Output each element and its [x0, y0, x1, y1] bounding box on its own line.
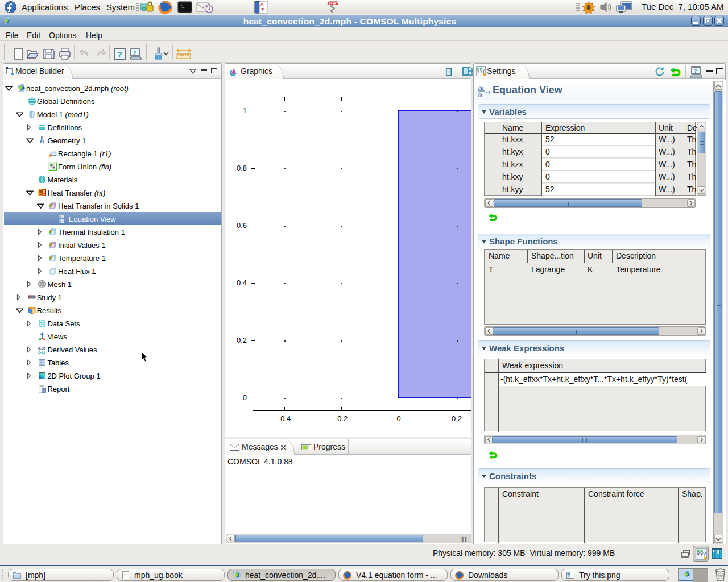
svg-text:ƒ: ƒ	[60, 215, 61, 219]
svg-text:ƒ: ƒ	[60, 220, 61, 224]
svg-text:>_: >_	[180, 3, 184, 8]
svg-text:∂t: ∂t	[478, 92, 483, 98]
svg-text:?: ?	[694, 68, 697, 74]
svg-text:8.85: 8.85	[38, 346, 46, 350]
svg-text:=f: =f	[485, 90, 490, 95]
svg-text:∂u: ∂u	[478, 85, 484, 91]
svg-text:♥: ♥	[261, 6, 264, 12]
svg-text:f: f	[65, 218, 67, 222]
svg-text:?: ?	[117, 50, 122, 59]
svg-text:e-12: e-12	[38, 350, 46, 354]
svg-text:?: ?	[133, 50, 136, 56]
